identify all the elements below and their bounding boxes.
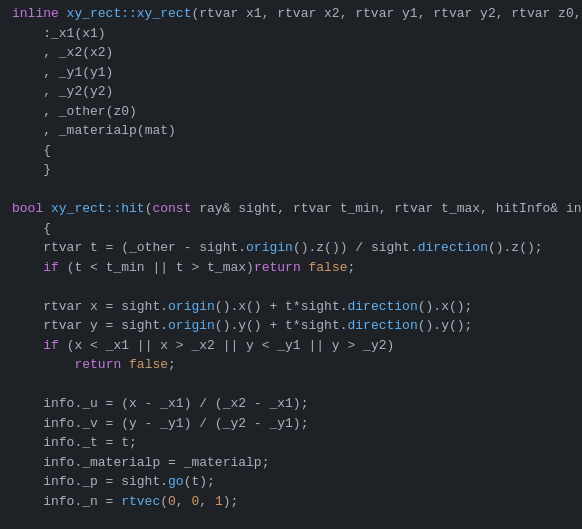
code-token: origin	[168, 316, 215, 336]
code-token: false	[129, 355, 168, 375]
code-token	[12, 258, 43, 278]
code-token: 0	[168, 492, 176, 512]
code-line: , _y2(y2)	[0, 82, 582, 102]
code-token: , _y2	[12, 82, 82, 102]
code-token: (t < t_min || t > t_max)	[59, 258, 254, 278]
code-token: ().y();	[418, 316, 473, 336]
code-token: ().x();	[418, 297, 473, 317]
code-token: info._n =	[12, 492, 121, 512]
code-line: rtvar t = (_other - sight.origin().z()) …	[0, 238, 582, 258]
code-line: , _other(z0)	[0, 102, 582, 122]
code-token: {	[12, 219, 51, 239]
code-token: xy_rect::xy_rect	[67, 4, 192, 24]
code-line: info._u = (x - _x1) / (_x2 - _x1);	[0, 394, 582, 414]
code-token: sight	[199, 238, 238, 258]
code-token: (mat)	[137, 121, 176, 141]
code-line: , _materialp(mat)	[0, 121, 582, 141]
code-token: (y2)	[82, 82, 113, 102]
code-line: info._n = rtvec(0, 0, 1);	[0, 492, 582, 512]
code-token: );	[223, 492, 239, 512]
code-token: ,	[199, 492, 215, 512]
code-token: if	[43, 336, 59, 356]
code-token: return	[74, 355, 121, 375]
code-token: .	[238, 238, 246, 258]
code-token: .	[160, 297, 168, 317]
code-token: {	[12, 141, 51, 161]
code-token: info._p =	[12, 472, 121, 492]
code-token: (x2)	[82, 43, 113, 63]
code-line: , _x2(x2)	[0, 43, 582, 63]
code-token	[12, 336, 43, 356]
code-token: (z0)	[106, 102, 137, 122]
code-token: direction	[348, 297, 418, 317]
code-token: direction	[348, 316, 418, 336]
code-token: (	[160, 492, 168, 512]
code-line	[0, 277, 582, 297]
code-line	[0, 375, 582, 395]
code-token: ray& sight, rtvar t_min, rtvar t_max, hi…	[191, 199, 582, 219]
code-token	[121, 355, 129, 375]
code-token: (y1)	[82, 63, 113, 83]
code-line: :_x1(x1)	[0, 24, 582, 44]
code-token: ().z();	[488, 238, 543, 258]
code-line: {	[0, 141, 582, 161]
code-token: sight	[121, 316, 160, 336]
code-line: return false;	[0, 355, 582, 375]
code-token: origin	[246, 238, 293, 258]
code-token: rtvar x =	[12, 297, 121, 317]
code-token: (	[145, 199, 153, 219]
code-token: info._materialp = _materialp;	[12, 453, 269, 473]
code-token: , _x2	[12, 43, 82, 63]
code-token: .	[160, 316, 168, 336]
code-line: info._materialp = _materialp;	[0, 453, 582, 473]
code-token: 0	[191, 492, 199, 512]
code-line: if (t < t_min || t > t_max)return false;	[0, 258, 582, 278]
code-token	[301, 258, 309, 278]
code-token: if	[43, 258, 59, 278]
code-token: info._t = t;	[12, 433, 137, 453]
code-line: if (x < _x1 || x > _x2 || y < _y1 || y >…	[0, 336, 582, 356]
code-token: ().z()) /	[293, 238, 371, 258]
code-token: .	[340, 316, 348, 336]
code-token: 1	[215, 492, 223, 512]
code-line: {	[0, 219, 582, 239]
code-line: bool xy_rect::hit(const ray& sight, rtva…	[0, 199, 582, 219]
code-token: sight	[121, 297, 160, 317]
code-token: .	[160, 472, 168, 492]
code-token: ().y() + t*	[215, 316, 301, 336]
code-token: sight	[121, 472, 160, 492]
code-line: info._v = (y - _y1) / (_y2 - _y1);	[0, 414, 582, 434]
code-token: rtvec	[121, 492, 160, 512]
code-token: bool	[12, 199, 51, 219]
code-token: (x1)	[74, 24, 105, 44]
code-token: :_x1	[12, 24, 74, 44]
code-token: , _other	[12, 102, 106, 122]
code-token: inline	[12, 4, 67, 24]
code-line: }	[0, 160, 582, 180]
code-token: info._u = (x - _x1) / (_x2 - _x1);	[12, 394, 308, 414]
code-token	[12, 355, 74, 375]
code-token: (t);	[184, 472, 215, 492]
code-token: origin	[168, 297, 215, 317]
code-token: (x < _x1 || x > _x2 || y < _y1 || y > _y…	[59, 336, 394, 356]
code-token: ,	[176, 492, 192, 512]
code-token: return	[254, 258, 301, 278]
code-token: rtvar t = (_other	[12, 238, 176, 258]
code-line: inline xy_rect::xy_rect(rtvar x1, rtvar …	[0, 4, 582, 24]
code-line: rtvar x = sight.origin().x() + t*sight.d…	[0, 297, 582, 317]
code-line	[0, 180, 582, 200]
code-token: const	[152, 199, 191, 219]
code-token: direction	[418, 238, 488, 258]
code-token: .	[340, 297, 348, 317]
code-token: , _materialp	[12, 121, 137, 141]
code-token: sight	[301, 297, 340, 317]
code-line: info._t = t;	[0, 433, 582, 453]
code-token: (rtvar x1, rtvar x2, rtvar y1, rtvar y2,…	[191, 4, 582, 24]
code-token: xy_rect::hit	[51, 199, 145, 219]
code-token: sight	[371, 238, 410, 258]
code-line	[0, 511, 582, 529]
code-line: , _y1(y1)	[0, 63, 582, 83]
code-editor: inline xy_rect::xy_rect(rtvar x1, rtvar …	[0, 0, 582, 529]
code-token: .	[410, 238, 418, 258]
code-line: info._p = sight.go(t);	[0, 472, 582, 492]
